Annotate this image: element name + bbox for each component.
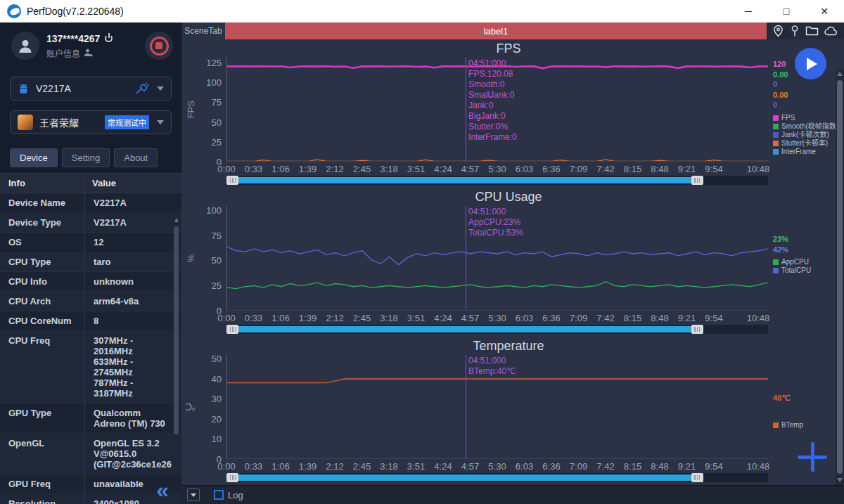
fps-plot[interactable]: 04:51:000FPS:120.08Smooth:0SmallJank:0Ja… [226,58,768,162]
current-value: 40℃ [773,393,836,403]
stop-record-button[interactable] [145,32,173,60]
legend-swatch [773,141,779,146]
x-tick-label: 7:09 [570,164,587,174]
x-tick-label: 7:42 [596,461,614,472]
scroll-range[interactable] [238,177,691,183]
scroll-track-rest[interactable] [703,326,768,332]
folder-icon[interactable] [805,25,819,37]
x-tick-label: 2:12 [326,313,343,323]
close-button[interactable]: ✕ [817,6,831,17]
x-axis-labels: 0:000:331:061:392:122:453:183:514:244:57… [226,311,768,324]
app-select[interactable]: 王者荣耀 常规测试中 [10,110,172,134]
chart-dropdown-button[interactable] [187,489,200,501]
account-manage-icon[interactable] [84,49,93,57]
series-BTemp [227,379,768,383]
info-cell: CPU Info [0,272,84,291]
play-icon [807,58,817,70]
main-vertical-scrollbar[interactable] [836,69,844,485]
fps-time-scrollbar[interactable] [226,176,768,185]
cursor-line [466,58,466,161]
x-tick-label: 6:03 [516,164,533,174]
log-checkbox[interactable] [214,490,224,500]
y-tick-label: 100 [206,77,222,88]
temperature-tooltip: 04:51:000BTemp:40℃ [468,356,516,377]
play-button[interactable] [795,48,826,79]
maximize-button[interactable]: □ [779,6,793,17]
minimize-button[interactable]: ─ [741,6,755,17]
scroll-range[interactable] [238,326,691,332]
current-value: 0 [773,79,836,90]
location-icon[interactable] [772,25,784,37]
header-value: Value [84,174,181,193]
log-toggle[interactable]: Log [214,490,243,500]
table-row[interactable]: GPU Frequnavailable [0,474,181,494]
logout-power-icon[interactable] [104,34,113,43]
temperature-plot[interactable]: 04:51:000BTemp:40℃ [226,355,768,459]
tab-setting[interactable]: Setting [62,148,110,167]
y-tick-label: 50 [212,117,222,127]
scroll-left-grip[interactable] [226,473,238,482]
table-row[interactable]: CPU Freq307MHz - 2016MHz 633MHz - 2745MH… [0,331,181,403]
sidebar-scrollbar[interactable] [174,226,179,434]
device-info-table: Info Value Device NameV2217ADevice TypeV… [0,173,181,504]
scroll-down-arrow-icon[interactable] [837,478,843,482]
scene-tab[interactable]: SceneTab [181,22,225,39]
avatar[interactable] [11,32,39,60]
scroll-left-grip[interactable] [226,325,238,334]
header-info: Info [0,174,84,193]
x-tick-label: 5:30 [488,461,506,472]
table-row[interactable]: OpenGLOpenGL ES 3.2 V@0615.0 (GIT@2c36ce… [0,434,181,474]
cloud-icon[interactable] [824,26,838,36]
value-cell: taro [84,252,181,271]
scroll-right-grip[interactable] [691,176,703,185]
x-tick-label: 0:00 [217,164,235,174]
sidebar: 137****4267 账户信息 [0,22,181,504]
table-row[interactable]: Device TypeV2217A [0,213,181,233]
device-select[interactable]: V2217A [10,77,172,101]
stop-ring [150,37,169,56]
tab-device[interactable]: Device [10,148,58,167]
legend-label: Smooth(稳帧指数) [781,122,838,131]
x-tick-label: 6:03 [516,313,533,323]
chevron-down-icon[interactable] [157,86,164,91]
scroll-right-grip[interactable] [691,325,703,334]
table-row[interactable]: CPU Infounknown [0,272,181,292]
x-tick-label: 5:30 [488,313,506,323]
x-tick-label: 2:45 [353,164,371,174]
cpu-plot[interactable]: 04:51:000AppCPU:23%TotalCPU:53% [226,206,768,310]
chevron-down-icon[interactable] [157,120,164,124]
x-tick-label: 3:18 [380,461,397,472]
scroll-up-arrow-icon[interactable] [837,72,843,76]
charts-panel: FPS FPS 0255075100125 04:51:000FPS:120.0… [181,39,844,485]
scrollbar-thumb[interactable] [837,80,843,474]
tab-about[interactable]: About [114,148,158,167]
series-TotalCPU [227,247,768,265]
scroll-left-grip[interactable] [226,176,238,185]
temperature-time-scrollbar[interactable] [226,473,768,482]
collapse-sidebar-button[interactable] [156,480,169,500]
table-row[interactable]: CPU Typetaro [0,252,181,272]
table-row[interactable]: CPU Archarm64-v8a [0,292,181,311]
account-info-label[interactable]: 账户信息 [46,47,80,59]
scroll-range[interactable] [238,474,691,481]
legend-item: Stutter(卡顿率) [773,139,836,148]
scroll-track-rest[interactable] [703,474,768,481]
table-row[interactable]: CPU CoreNum8 [0,311,181,331]
table-row[interactable]: OS12 [0,233,181,252]
table-row[interactable]: Device NameV2217A [0,193,181,213]
cpu-time-scrollbar[interactable] [226,325,768,334]
x-tick-label: 4:24 [434,164,452,174]
y-tick-label: 75 [212,97,222,108]
scroll-track-rest[interactable] [703,177,768,183]
info-cell: OpenGL [0,434,84,474]
scene-label-bar[interactable]: label1 [225,22,767,39]
app-icon [18,115,33,130]
table-row[interactable]: Resolution2400x1080 [0,494,181,504]
cursor-line [466,206,466,309]
pin-icon[interactable] [790,25,800,37]
stop-square-icon [155,42,162,49]
table-row[interactable]: GPU TypeQualcomm Adreno (TM) 730 [0,403,181,434]
tooltip-line: Stutter:0% [468,122,517,132]
add-chart-button[interactable] [798,442,827,472]
scroll-right-grip[interactable] [691,473,703,482]
